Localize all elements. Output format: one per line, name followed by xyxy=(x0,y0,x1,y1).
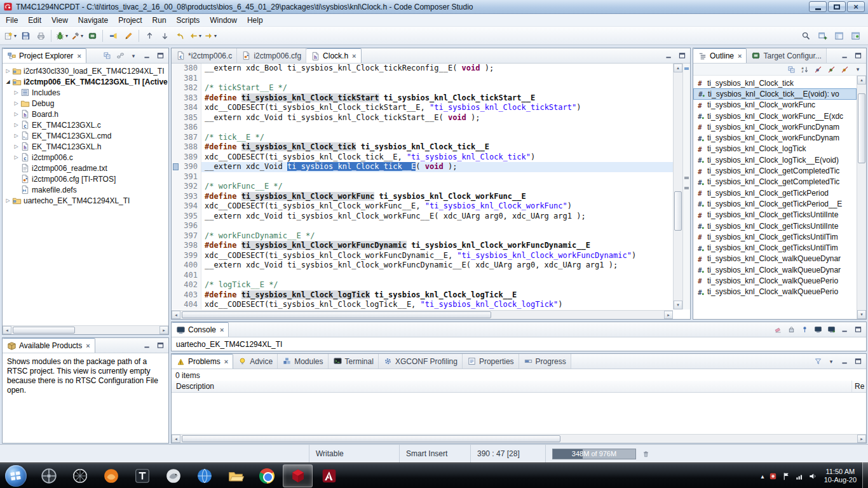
dropdown-arrow-icon[interactable]: ▾ xyxy=(81,33,83,39)
code-line-388[interactable]: 388#define ti_sysbios_knl_Clock_tick ti_… xyxy=(172,142,673,152)
forward-button[interactable]: ▾ xyxy=(203,29,218,43)
new-wizard-button[interactable]: ▾ xyxy=(3,29,18,43)
editor-vscrollbar[interactable]: ▴ ▾ xyxy=(673,64,682,309)
outline-item[interactable]: #ti_sysbios_knl_Clock_getTicksUntilInte xyxy=(693,210,857,220)
maximize-view-button[interactable] xyxy=(154,340,166,351)
outline-item[interactable]: #ti_sysbios_knl_Clock_workFuncDynam xyxy=(693,132,857,143)
tab-xgconf-profiling[interactable]: XGCONF Profiling xyxy=(379,354,463,369)
minimize-view-button[interactable] xyxy=(839,324,850,335)
outline-vscrollbar[interactable]: ▴ ▾ xyxy=(857,76,866,319)
scroll-left-icon[interactable]: ◂ xyxy=(172,311,180,319)
code-line-396[interactable]: 396 xyxy=(172,221,673,231)
code-area[interactable]: 380__extern xdc_Bool ti_sysbios_knl_Cloc… xyxy=(172,64,673,309)
minimize-view-button[interactable] xyxy=(663,50,674,61)
tree-item-i2crf430cl330-load-ek-tm4c1294xl-ti[interactable]: ▷i2crf430cl330_load_EK_TM4C1294XL_TI xyxy=(3,65,168,76)
display-console-button[interactable] xyxy=(812,324,824,335)
taskbar-bird-app[interactable] xyxy=(158,464,188,487)
outline-item[interactable]: #ti_sysbios_knl_Clock_walkQueueDynar xyxy=(693,264,857,275)
gc-trash-button[interactable] xyxy=(640,449,651,459)
minimize-view-button[interactable] xyxy=(839,356,850,367)
code-line-393[interactable]: 393#define ti_sysbios_knl_Clock_workFunc… xyxy=(172,192,673,202)
code-line-397[interactable]: 397/* workFuncDynamic__E */ xyxy=(172,231,673,241)
menu-project[interactable]: Project xyxy=(113,15,147,26)
code-line-402[interactable]: 402/* logTick__E */ xyxy=(172,280,673,290)
tray-flag-icon[interactable] xyxy=(782,471,791,481)
sort-alpha-button[interactable]: az xyxy=(799,64,810,75)
outline-item[interactable]: #ti_sysbios_knl_Clock_walkQueueDynar xyxy=(693,254,857,264)
tree-item-uartecho-ek-tm4c1294xl-ti[interactable]: ▷uartecho_EK_TM4C1294XL_TI xyxy=(3,195,168,206)
close-tab-icon[interactable]: × xyxy=(77,52,81,60)
search-button[interactable] xyxy=(798,29,813,43)
outline-item[interactable]: #ti_sysbios_knl_Clock_getCompletedTic xyxy=(693,177,857,187)
new-target-config-button[interactable] xyxy=(85,29,100,43)
outline-item[interactable]: #ti_sysbios_knl_Clock_getTickPeriod xyxy=(693,187,857,198)
tray-network-icon[interactable] xyxy=(795,471,804,481)
problems-hscrollbar[interactable]: ◂ ▸ xyxy=(172,434,866,443)
back-button[interactable]: ▾ xyxy=(187,29,203,43)
twistie-icon[interactable]: ▷ xyxy=(13,154,20,160)
menu-scripts[interactable]: Scripts xyxy=(172,15,205,26)
code-line-398[interactable]: 398#define ti_sysbios_knl_Clock_workFunc… xyxy=(172,241,673,251)
code-line-401[interactable]: 401 xyxy=(172,271,673,281)
code-line-391[interactable]: 391 xyxy=(172,172,673,182)
dropdown-arrow-icon[interactable]: ▾ xyxy=(65,33,68,39)
column-resource[interactable]: Re xyxy=(852,381,866,392)
tree-item-i2ctmp006-ek-tm4c123gxl-ti-active[interactable]: ◢i2ctmp006_EK_TM4C123GXL_TI [Active xyxy=(3,76,168,87)
tab-progress[interactable]: Progress xyxy=(519,354,571,369)
outline-item[interactable]: #ti_sysbios_knl_Clock_getTickPeriod__E xyxy=(693,198,857,209)
tree-item-ek-tm4c123gxl-cmd[interactable]: ▷EK_TM4C123GXL.cmd xyxy=(3,130,168,141)
taskbar-adobe-reader-app[interactable] xyxy=(314,464,344,487)
maximize-button[interactable] xyxy=(828,1,846,12)
tab-properties[interactable]: Properties xyxy=(463,354,519,369)
debug-button[interactable]: ▾ xyxy=(54,29,69,43)
tab-outline[interactable]: Outline× xyxy=(693,48,747,63)
outline-item[interactable]: #ti_sysbios_knl_Clock_getTicksUntilTim xyxy=(693,242,857,253)
scroll-lock-button[interactable] xyxy=(785,324,797,335)
taskbar-orange-app[interactable] xyxy=(96,464,126,487)
taskbar-explorer-app[interactable] xyxy=(220,464,250,487)
hide-fields-button[interactable] xyxy=(812,64,824,75)
show-desktop-button[interactable] xyxy=(862,463,868,488)
tray-clock[interactable]: 11:50 AM 10-Aug-20 xyxy=(822,468,859,484)
print-button[interactable] xyxy=(33,29,48,43)
scrollbar-thumb[interactable] xyxy=(13,327,75,334)
close-tab-icon[interactable]: × xyxy=(738,52,742,60)
tab-problems[interactable]: Problems× xyxy=(172,354,233,369)
editor-hscrollbar[interactable]: ◂ ▸ xyxy=(172,310,673,319)
menu-run[interactable]: Run xyxy=(147,15,172,26)
next-annotation-button[interactable] xyxy=(157,29,172,43)
code-line-403[interactable]: 403#define ti_sysbios_knl_Clock_logTick … xyxy=(172,290,673,301)
ccs-debug-perspective-button[interactable] xyxy=(848,29,863,43)
ccs-edit-perspective-button[interactable] xyxy=(831,29,846,43)
tray-app-icon[interactable] xyxy=(768,471,778,481)
collapse-all-button[interactable] xyxy=(101,50,112,61)
menu-edit[interactable]: Edit xyxy=(23,15,46,26)
outline-item[interactable]: #ti_sysbios_knl_Clock_logTick xyxy=(693,144,857,154)
code-line-387[interactable]: 387/* tick__E */ xyxy=(172,133,673,143)
maximize-view-button[interactable] xyxy=(154,50,166,61)
code-line-385[interactable]: 385__extern xdc_Void ti_sysbios_knl_Cloc… xyxy=(172,113,673,123)
twistie-icon[interactable]: ▷ xyxy=(13,133,20,139)
flash-button[interactable] xyxy=(105,29,121,43)
tab-modules[interactable]: Modules xyxy=(278,354,328,369)
maximize-view-button[interactable] xyxy=(676,50,688,61)
tree-item-i2ctmp006-readme-txt[interactable]: i2ctmp006_readme.txt xyxy=(3,163,168,173)
pin-console-button[interactable] xyxy=(799,324,810,335)
view-menu-button[interactable]: ▾ xyxy=(128,50,139,61)
menu-file[interactable]: File xyxy=(1,15,23,26)
column-description[interactable]: Description xyxy=(172,381,852,392)
code-line-383[interactable]: 383#define ti_sysbios_knl_Clock_tickStar… xyxy=(172,93,673,104)
hide-nonpublic-button[interactable] xyxy=(839,64,850,75)
scroll-up-icon[interactable]: ▴ xyxy=(674,64,682,72)
scroll-down-icon[interactable]: ▾ xyxy=(674,301,682,309)
code-line-382[interactable]: 382/* tickStart__E */ xyxy=(172,83,673,93)
code-line-395[interactable]: 395__extern xdc_Void ti_sysbios_knl_Cloc… xyxy=(172,212,673,222)
start-button[interactable] xyxy=(5,465,27,487)
outline-item[interactable]: #ti_sysbios_knl_Clock_logTick__E(void) xyxy=(693,154,857,165)
scrollbar-thumb[interactable] xyxy=(674,191,682,231)
view-menu-button[interactable]: ▾ xyxy=(825,356,837,367)
scroll-left-icon[interactable]: ◂ xyxy=(172,435,180,443)
tab-clock-h[interactable]: hClock.h× xyxy=(306,48,361,63)
twistie-icon[interactable]: ▷ xyxy=(13,100,20,106)
open-console-button[interactable] xyxy=(825,324,837,335)
